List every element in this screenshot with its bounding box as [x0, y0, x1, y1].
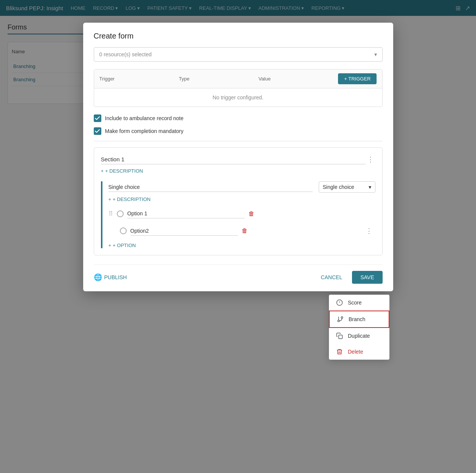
drag-handle-icon[interactable]: ⠿ [109, 210, 113, 217]
checkmark-icon [95, 116, 100, 120]
question-title-input[interactable] [109, 182, 313, 192]
delete-icon [336, 348, 343, 355]
add-description-button[interactable]: + + DESCRIPTION [101, 168, 143, 174]
save-button[interactable]: SAVE [352, 271, 382, 284]
chevron-down-icon: ▾ [374, 51, 377, 57]
context-menu-duplicate[interactable]: Duplicate [329, 328, 389, 344]
svg-rect-6 [339, 335, 343, 339]
section-divider [94, 141, 383, 141]
question-block: Single choice ▾ + + DESCRIPTION ⠿ 🗑 [101, 181, 375, 248]
question-type-select[interactable]: Single choice ▾ [319, 181, 375, 193]
section-menu-button[interactable]: ⋮ [366, 155, 375, 164]
svg-point-4 [341, 317, 343, 318]
context-menu: Score Branch Duplicate [329, 295, 389, 360]
duplicate-icon [336, 332, 343, 339]
delete-option-1-button[interactable]: 🗑 [248, 210, 254, 217]
options-container: ⠿ 🗑 🗑 ⋮ + + OPT [109, 208, 375, 248]
option-1-input[interactable] [127, 209, 245, 218]
include-ambulance-checkbox[interactable] [94, 114, 101, 122]
trigger-col-value: Value [259, 76, 338, 82]
section-header: ⋮ [101, 155, 375, 164]
branch-label: Branch [349, 316, 365, 322]
trigger-empty-message: No trigger configured. [94, 88, 382, 107]
chevron-down-icon: ▾ [369, 184, 371, 190]
option-row-1: ⠿ 🗑 [109, 208, 375, 219]
context-menu-score[interactable]: Score [329, 295, 389, 311]
checkbox-ambulance-record: Include to ambulance record note [94, 114, 383, 122]
resource-select[interactable]: 0 resource(s) selected ▾ [94, 47, 383, 62]
include-ambulance-label: Include to ambulance record note [105, 115, 184, 121]
modal-title: Create form [94, 32, 383, 40]
context-menu-branch[interactable]: Branch [329, 311, 389, 328]
svg-point-5 [338, 320, 340, 322]
publish-icon: 🌐 [94, 273, 102, 281]
option-action-menu-button[interactable]: ⋮ [363, 224, 375, 237]
delete-option-2-button[interactable]: 🗑 [242, 227, 248, 234]
checkmark-icon [95, 129, 100, 133]
trigger-col-type: Type [179, 76, 259, 82]
question-header: Single choice ▾ [109, 181, 375, 193]
option-2-input[interactable] [130, 226, 238, 236]
radio-circle [117, 210, 124, 217]
radio-circle [120, 227, 127, 234]
add-question-description-button[interactable]: + + DESCRIPTION [109, 196, 151, 202]
trigger-header: Trigger Type Value + TRIGGER [94, 70, 382, 88]
score-icon [336, 299, 343, 306]
trigger-col-trigger: Trigger [99, 76, 179, 82]
branch-icon [336, 316, 344, 323]
delete-label: Delete [348, 349, 363, 355]
add-option-button[interactable]: + + OPTION [109, 243, 136, 248]
add-trigger-button[interactable]: + TRIGGER [338, 73, 377, 84]
option-row-2: 🗑 ⋮ [109, 224, 375, 238]
trigger-section: Trigger Type Value + TRIGGER No trigger … [94, 69, 383, 107]
score-label: Score [348, 300, 362, 306]
mandatory-label: Make form completion mandatory [105, 128, 184, 134]
mandatory-checkbox[interactable] [94, 127, 101, 135]
create-form-modal: Create form 0 resource(s) selected ▾ Tri… [83, 23, 393, 291]
publish-button[interactable]: 🌐 PUBLISH [94, 273, 127, 281]
context-menu-delete[interactable]: Delete [329, 344, 389, 360]
section-title-input[interactable] [101, 155, 366, 164]
checkbox-mandatory: Make form completion mandatory [94, 127, 383, 135]
duplicate-label: Duplicate [348, 333, 370, 339]
modal-footer: 🌐 PUBLISH CANCEL SAVE [94, 264, 383, 284]
resource-select-text: 0 resource(s) selected [99, 51, 152, 57]
cancel-button[interactable]: CANCEL [315, 271, 348, 283]
question-type-label: Single choice [323, 184, 354, 190]
section-block: ⋮ + + DESCRIPTION Single choice ▾ + + DE… [94, 147, 383, 255]
